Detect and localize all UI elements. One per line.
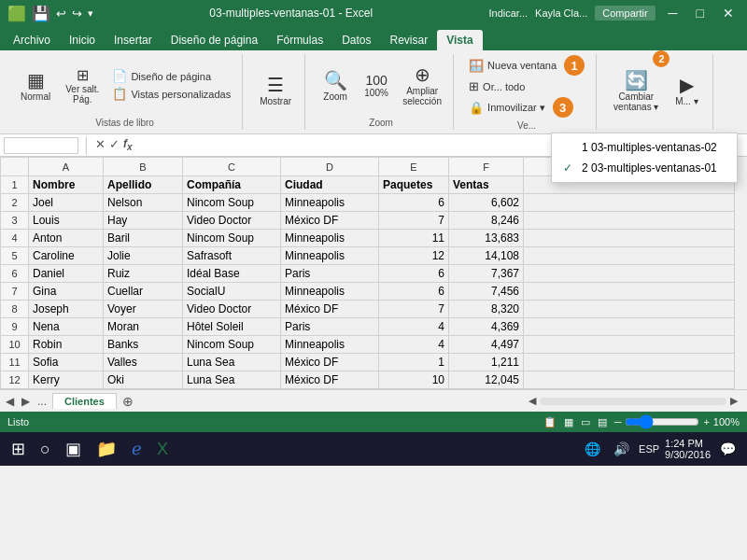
diseno-pagina-button[interactable]: 📄 Diseño de página [108,68,234,84]
col-header-a[interactable]: A [29,158,104,176]
cell-b5[interactable]: Jolie [104,247,183,265]
ver-salto-button[interactable]: ⊞ Ver salt.Pág. [60,54,105,116]
cell-f9[interactable]: 4,369 [449,318,524,336]
cell-e2[interactable]: 6 [379,194,449,212]
cell-c9[interactable]: Hôtel Soleil [183,318,281,336]
cell-e3[interactable]: 7 [379,212,449,230]
cell-c7[interactable]: SocialU [183,283,281,301]
cell-c4[interactable]: Nincom Soup [183,230,281,247]
cell-e4[interactable]: 11 [379,230,449,247]
cell-f2[interactable]: 6,602 [449,194,524,212]
cell-b8[interactable]: Voyer [104,301,183,318]
row-num-8[interactable]: 8 [1,301,29,318]
vistas-personalizadas-button[interactable]: 📋 Vistas personalizadas [108,86,234,102]
cell-a10[interactable]: Robin [29,336,104,354]
organizar-todo-button[interactable]: ⊞ Or... todo [465,78,529,94]
cell-c12[interactable]: Luna Sea [183,371,281,389]
row-num-7[interactable]: 7 [1,283,29,301]
sheet-nav-prev[interactable]: ◀ [2,393,18,410]
tab-archivo[interactable]: Archivo [4,30,60,50]
notifications-icon[interactable]: 💬 [716,440,740,458]
cell-e10[interactable]: 4 [379,336,449,354]
excel-taskbar-button[interactable]: X [153,438,172,461]
cell-c2[interactable]: Nincom Soup [183,194,281,212]
row-num-2[interactable]: 2 [1,194,29,212]
cell-d3[interactable]: México DF [281,212,379,230]
cancel-formula-icon[interactable]: ✕ [95,137,106,152]
cell-d9[interactable]: Paris [281,318,379,336]
cell-f5[interactable]: 14,108 [449,247,524,265]
clock[interactable]: 1:24 PM 9/30/2016 [665,438,711,460]
view-preview-icon[interactable]: ▤ [598,416,607,428]
cell-a5[interactable]: Caroline [29,247,104,265]
cell-a12[interactable]: Kerry [29,371,104,389]
sheet-tab-clientes[interactable]: Clientes [52,393,117,409]
row-num-3[interactable]: 3 [1,212,29,230]
cell-d10[interactable]: Minneapolis [281,336,379,354]
row-num-12[interactable]: 12 [1,371,29,389]
undo-icon[interactable]: ↩ [56,7,66,21]
cell-b2[interactable]: Nelson [104,194,183,212]
cell-a8[interactable]: Joseph [29,301,104,318]
row-num-4[interactable]: 4 [1,230,29,247]
cell-c11[interactable]: Luna Sea [183,354,281,371]
name-box[interactable] [4,137,78,154]
task-view-button[interactable]: ▣ [62,437,85,461]
cell-a4[interactable]: Anton [29,230,104,247]
row-num-6[interactable]: 6 [1,265,29,283]
sheet-nav-more[interactable]: ... [34,393,50,410]
tab-formulas[interactable]: Fórmulas [267,30,332,50]
cell-g8[interactable] [524,301,747,318]
tab-insertar[interactable]: Insertar [105,30,162,50]
view-normal-icon[interactable]: ▦ [564,416,573,428]
cell-e5[interactable]: 12 [379,247,449,265]
start-button[interactable]: ⊞ [7,437,29,461]
cell-e8[interactable]: 7 [379,301,449,318]
cell-e6[interactable]: 6 [379,265,449,283]
mostrar-button[interactable]: ☰ Mostrar [254,54,297,126]
restore-button[interactable]: □ [691,4,710,22]
add-sheet-button[interactable]: ⊕ [117,392,139,411]
vertical-scrollbar[interactable] [734,157,747,389]
cell-b3[interactable]: Hay [104,212,183,230]
redo-icon[interactable]: ↪ [72,7,82,21]
cell-b9[interactable]: Moran [104,318,183,336]
cell-g7[interactable] [524,283,747,301]
cell-a1[interactable]: Nombre [29,176,104,194]
ampliar-button[interactable]: ⊕ Ampliar selección [399,54,445,116]
cell-g5[interactable] [524,247,747,265]
file-explorer-button[interactable]: 📁 [92,437,120,461]
cell-c3[interactable]: Video Doctor [183,212,281,230]
user-label[interactable]: Kayla Cla... [535,7,587,19]
cell-c5[interactable]: Safrasoft [183,247,281,265]
cell-e1[interactable]: Paquetes [379,176,449,194]
cell-d6[interactable]: Paris [281,265,379,283]
cell-b4[interactable]: Baril [104,230,183,247]
close-button[interactable]: ✕ [717,4,740,22]
search-label[interactable]: Indicar... [488,7,528,19]
cell-a3[interactable]: Louis [29,212,104,230]
col-header-c[interactable]: C [183,158,281,176]
insert-function-icon[interactable]: fx [123,137,133,152]
cell-d5[interactable]: Minneapolis [281,247,379,265]
scroll-left-icon[interactable]: ◀ [529,395,536,407]
cell-e12[interactable]: 10 [379,371,449,389]
nueva-ventana-button[interactable]: 🪟 Nueva ventana 1 [465,54,588,77]
language-indicator[interactable]: ESP [639,443,659,455]
tab-revisar[interactable]: Revisar [381,30,438,50]
zoom-in-icon[interactable]: + [703,416,709,427]
col-header-b[interactable]: B [104,158,183,176]
cell-b10[interactable]: Banks [104,336,183,354]
cell-g6[interactable] [524,265,747,283]
cell-f12[interactable]: 12,045 [449,371,524,389]
cell-g4[interactable] [524,230,747,247]
save-icon[interactable]: 💾 [32,5,50,22]
row-num-5[interactable]: 5 [1,247,29,265]
edge-button[interactable]: ℯ [128,437,146,461]
cell-d8[interactable]: México DF [281,301,379,318]
dropdown-item-1[interactable]: 1 03-multiples-ventanas-02 [552,137,737,158]
cell-g9[interactable] [524,318,747,336]
cell-d11[interactable]: México DF [281,354,379,371]
zoom-slider[interactable] [625,414,699,429]
cell-f6[interactable]: 7,367 [449,265,524,283]
